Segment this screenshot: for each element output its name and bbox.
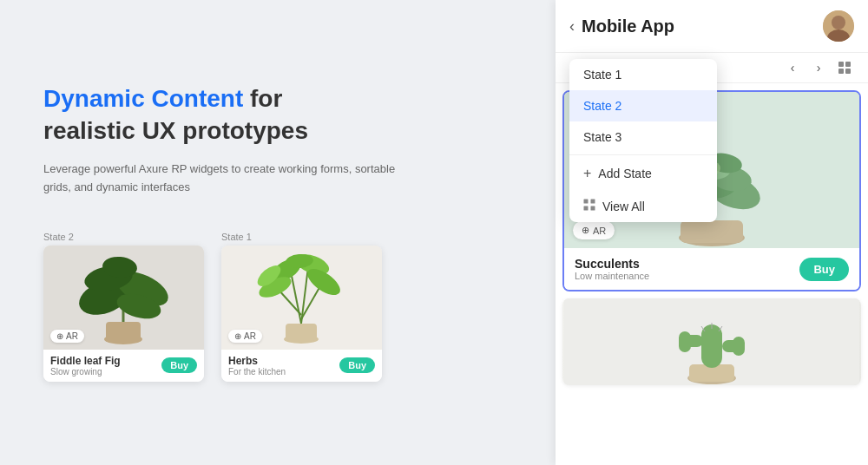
preview-card-state1: State 1 xyxy=(221,232,382,382)
product-text: Succulents Low maintenance xyxy=(575,257,649,281)
app-header: ‹ Mobile App xyxy=(556,0,868,53)
avatar xyxy=(823,10,854,42)
add-state-label: Add State xyxy=(598,167,652,180)
headline-highlight: Dynamic Content xyxy=(43,85,243,112)
second-product-image xyxy=(562,298,861,385)
svg-rect-52 xyxy=(733,337,745,356)
state2-label: State 2 xyxy=(583,99,621,113)
view-all-label: View All xyxy=(602,200,645,213)
back-button[interactable]: ‹ xyxy=(569,17,575,36)
app-title: Mobile App xyxy=(582,16,823,36)
svg-rect-31 xyxy=(584,206,589,211)
dropdown-item-state2[interactable]: State 2 xyxy=(569,90,717,121)
ar-overlay: ⊕ AR xyxy=(573,221,615,239)
state-dropdown: State 1 State 2 State 3 + Add State View… xyxy=(569,59,717,222)
dropdown-add-state[interactable]: + Add State xyxy=(569,157,717,190)
dropdown-item-state1[interactable]: State 1 xyxy=(569,59,717,90)
preview2-text: Herbs For the kitchen xyxy=(228,355,286,377)
dropdown-item-state3[interactable]: State 3 xyxy=(569,121,717,153)
preview2-footer: Herbs For the kitchen Buy xyxy=(221,350,382,382)
right-panel: ‹ Mobile App Mobile View ▾ ‹ › xyxy=(556,0,868,465)
toolbar-icons: ‹ › xyxy=(783,58,854,77)
cactus-illustration xyxy=(562,298,861,385)
preview1-card: ⊕ AR Fiddle leaf Fig Slow growing Buy xyxy=(43,246,204,382)
preview2-plant-desc: For the kitchen xyxy=(228,367,286,377)
svg-rect-2 xyxy=(106,322,141,341)
preview2-label: State 1 xyxy=(221,232,382,242)
headline: Dynamic Content for realistic UX prototy… xyxy=(43,83,512,147)
state3-label: State 3 xyxy=(583,130,621,144)
grid-icon-svg xyxy=(838,61,852,75)
dropdown-divider xyxy=(569,154,717,155)
svg-rect-50 xyxy=(679,331,691,352)
buy-button[interactable]: Buy xyxy=(799,258,849,281)
second-product-card xyxy=(562,298,861,385)
preview-card-state2: State 2 xyxy=(43,232,204,382)
preview2-plant-name: Herbs xyxy=(228,355,286,367)
left-panel: Dynamic Content for realistic UX prototy… xyxy=(0,0,556,465)
plus-icon: + xyxy=(583,166,591,181)
product-info: Succulents Low maintenance Buy xyxy=(564,248,859,290)
ar-icon2: ⊕ xyxy=(234,331,241,341)
ar-label: AR xyxy=(593,226,606,236)
svg-rect-25 xyxy=(838,62,844,67)
preview2-card: ⊕ AR Herbs For the kitchen Buy xyxy=(221,246,382,382)
chevron-right-icon[interactable]: › xyxy=(809,58,828,77)
svg-rect-11 xyxy=(286,324,317,341)
preview2-ar-badge: ⊕ AR xyxy=(228,330,262,343)
preview1-image: ⊕ AR xyxy=(43,246,204,350)
subtext: Leverage powerful Axure RP widgets to cr… xyxy=(43,160,408,197)
product-desc: Low maintenance xyxy=(575,271,649,281)
preview1-plant-desc: Slow growing xyxy=(50,367,121,377)
preview1-plant-name: Fiddle leaf Fig xyxy=(50,355,121,367)
chevron-left-icon[interactable]: ‹ xyxy=(783,58,802,77)
svg-point-23 xyxy=(832,16,845,29)
svg-rect-35 xyxy=(681,220,743,243)
ar-icon1: ⊕ xyxy=(56,331,63,341)
preview1-label: State 2 xyxy=(43,232,204,242)
ar-icon-main: ⊕ xyxy=(582,225,589,236)
svg-rect-30 xyxy=(591,200,595,204)
svg-rect-29 xyxy=(584,200,589,204)
product-name: Succulents xyxy=(575,257,649,271)
previews-row: State 2 xyxy=(43,232,512,382)
state1-label: State 1 xyxy=(583,68,621,82)
preview1-buy-button[interactable]: Buy xyxy=(161,357,197,373)
svg-rect-27 xyxy=(838,69,844,74)
preview1-text: Fiddle leaf Fig Slow growing xyxy=(50,355,121,377)
svg-rect-26 xyxy=(845,62,851,67)
avatar-image xyxy=(823,10,854,42)
svg-rect-28 xyxy=(845,69,851,74)
preview1-footer: Fiddle leaf Fig Slow growing Buy xyxy=(43,350,204,382)
dropdown-view-all[interactable]: View All xyxy=(569,190,717,222)
svg-rect-32 xyxy=(591,206,595,211)
preview1-ar-badge: ⊕ AR xyxy=(50,330,84,343)
view-all-grid-icon xyxy=(583,199,595,213)
grid-view-icon[interactable] xyxy=(835,58,854,77)
preview2-image: ⊕ AR xyxy=(221,246,382,350)
preview2-buy-button[interactable]: Buy xyxy=(339,357,375,373)
